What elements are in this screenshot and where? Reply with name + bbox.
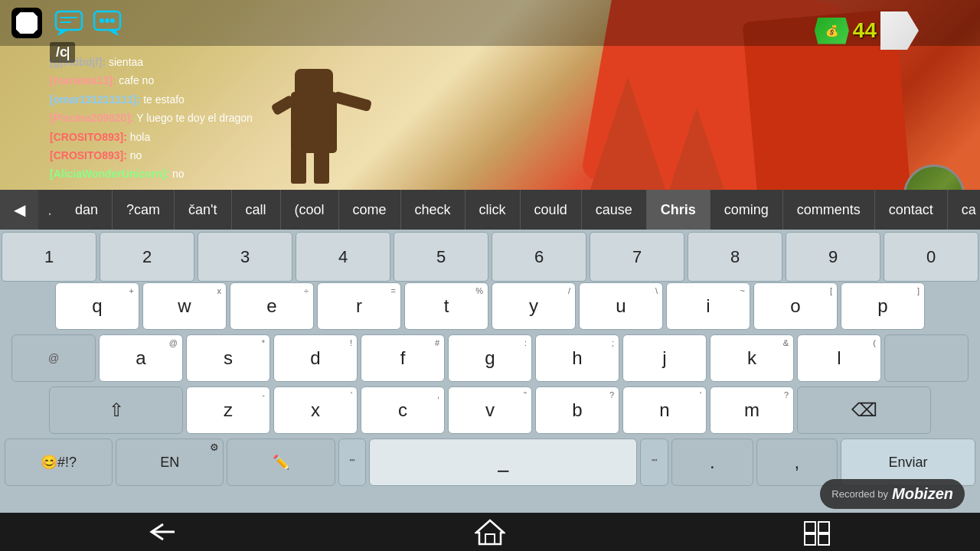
score-number: 44 — [853, 18, 877, 43]
svg-rect-14 — [805, 534, 815, 545]
letter-key[interactable]: m? — [710, 386, 794, 434]
suggestion-item[interactable]: ca — [948, 190, 980, 230]
chat-message: [Piscina209020]: Y luego te doy el drago… — [50, 109, 402, 126]
letter-key[interactable]: g: — [448, 334, 532, 382]
command-input-area[interactable]: /c — [50, 42, 75, 63]
back-button[interactable] — [140, 517, 186, 547]
mobizen-recorded-text: Recorded by — [831, 488, 888, 500]
chat-message: [gjindbdjf]: sientaa — [50, 54, 402, 70]
letter-key[interactable]: f# — [361, 334, 445, 382]
letter-key[interactable]: k& — [710, 334, 794, 382]
number-key[interactable]: 9 — [786, 232, 880, 282]
suggestions-prev-btn[interactable]: ◀ — [0, 190, 38, 230]
shift-key[interactable]: ⇧ — [49, 386, 183, 434]
letter-key[interactable]: x' — [273, 386, 358, 434]
home-button[interactable] — [467, 517, 513, 547]
mic-key[interactable]: ✏️ — [227, 439, 335, 486]
space-key[interactable]: ⎯ — [369, 439, 637, 486]
number-key[interactable]: 2 — [100, 232, 194, 282]
letter-key[interactable]: q+ — [55, 282, 139, 330]
letter-key[interactable]: b? — [535, 386, 619, 434]
letter-key[interactable]: t% — [404, 282, 488, 330]
svg-rect-12 — [805, 522, 815, 533]
chat-icon[interactable] — [54, 8, 84, 38]
letter-key[interactable]: p] — [841, 282, 925, 330]
chat-message: [CROSITO893]: hola — [50, 129, 402, 145]
svg-rect-13 — [818, 522, 829, 533]
comma-key[interactable]: , — [756, 439, 838, 486]
svg-point-7 — [110, 18, 115, 23]
letter-key[interactable]: j — [622, 334, 707, 382]
suggestion-item[interactable]: cause — [582, 190, 647, 230]
svg-rect-15 — [818, 534, 829, 545]
space-left-edge: "" — [338, 439, 367, 486]
suggestion-item[interactable]: ?cam — [113, 190, 175, 230]
language-key[interactable]: ⚙EN — [116, 439, 224, 486]
chat-message: [AliciaWonderUnicorn]: no — [50, 165, 402, 182]
period-key[interactable]: . — [671, 439, 753, 486]
letter-key[interactable]: o[ — [753, 282, 838, 330]
suggestion-item[interactable]: comments — [783, 190, 875, 230]
svg-point-6 — [105, 18, 109, 23]
letter-key[interactable]: z- — [186, 386, 270, 434]
letter-key[interactable]: wx — [142, 282, 227, 330]
emoji-key[interactable]: 😊#!? — [5, 439, 113, 486]
svg-marker-10 — [476, 520, 504, 544]
chat-messages: [gjindbdjf]: sientaa[marwata13]: cafe no… — [50, 54, 402, 184]
number-key[interactable]: 8 — [688, 232, 782, 282]
space-right-edge: "" — [640, 439, 668, 486]
letter-key[interactable]: e÷ — [230, 282, 314, 330]
suggestion-item[interactable]: coming — [710, 190, 783, 230]
letter-key[interactable]: s* — [186, 334, 270, 382]
backspace-key[interactable]: ⌫ — [797, 386, 931, 434]
bottom-nav — [0, 513, 980, 551]
suggestion-item[interactable]: click — [466, 190, 521, 230]
at-key[interactable]: @ — [11, 334, 96, 382]
number-key[interactable]: 1 — [2, 232, 96, 282]
letter-key[interactable]: a@ — [99, 334, 183, 382]
apostrophe-key[interactable] — [884, 334, 969, 382]
letter-key[interactable]: r= — [317, 282, 401, 330]
chat-message: [CROSITO893]: no — [50, 147, 402, 164]
speech-icon[interactable] — [92, 8, 122, 38]
number-key[interactable]: 4 — [296, 232, 390, 282]
suggestions-bar: ◀ . dan?camčan'tcall(coolcomecheckclickc… — [0, 190, 980, 230]
number-row: 1234567890 — [0, 230, 980, 279]
number-key[interactable]: 6 — [492, 232, 586, 282]
keyboard-row-1: q+wxe÷r=t%y/u\i~o[p] — [0, 279, 980, 331]
chat-message: [marwata13]: cafe no — [50, 72, 402, 89]
keyboard-area: 1234567890 q+wxe÷r=t%y/u\i~o[p] @a@s*d!f… — [0, 230, 980, 513]
roblox-logo[interactable] — [11, 8, 42, 38]
mobizen-badge: Recorded by Mobizen — [820, 479, 965, 509]
svg-rect-11 — [485, 534, 495, 544]
score-flag — [880, 11, 919, 50]
svg-rect-0 — [56, 11, 82, 30]
number-key[interactable]: 3 — [198, 232, 292, 282]
number-key[interactable]: 0 — [884, 232, 978, 282]
mobizen-brand-text: Mobizen — [892, 485, 953, 503]
letter-key[interactable]: h; — [535, 334, 619, 382]
letter-key[interactable]: d! — [273, 334, 358, 382]
suggestion-item[interactable]: čan't — [175, 190, 231, 230]
suggestion-item[interactable]: dan — [61, 190, 113, 230]
suggestion-item[interactable]: could — [521, 190, 582, 230]
suggestions-dot: . — [38, 190, 61, 230]
suggestion-item[interactable]: call — [232, 190, 281, 230]
number-key[interactable]: 5 — [394, 232, 488, 282]
suggestion-item[interactable]: Chris — [647, 190, 710, 230]
suggestion-item[interactable]: check — [401, 190, 466, 230]
letter-key[interactable]: u\ — [579, 282, 663, 330]
score-area: 💰 44 — [815, 11, 919, 50]
suggestion-item[interactable]: come — [339, 190, 401, 230]
letter-key[interactable]: l( — [797, 334, 881, 382]
letter-key[interactable]: v" — [448, 386, 532, 434]
cursor — [67, 47, 69, 60]
menu-button[interactable] — [794, 517, 840, 547]
letter-key[interactable]: y/ — [492, 282, 576, 330]
suggestion-item[interactable]: contact — [875, 190, 948, 230]
suggestion-item[interactable]: (cool — [281, 190, 339, 230]
letter-key[interactable]: c, — [361, 386, 445, 434]
letter-key[interactable]: n' — [622, 386, 707, 434]
letter-key[interactable]: i~ — [666, 282, 750, 330]
number-key[interactable]: 7 — [590, 232, 684, 282]
